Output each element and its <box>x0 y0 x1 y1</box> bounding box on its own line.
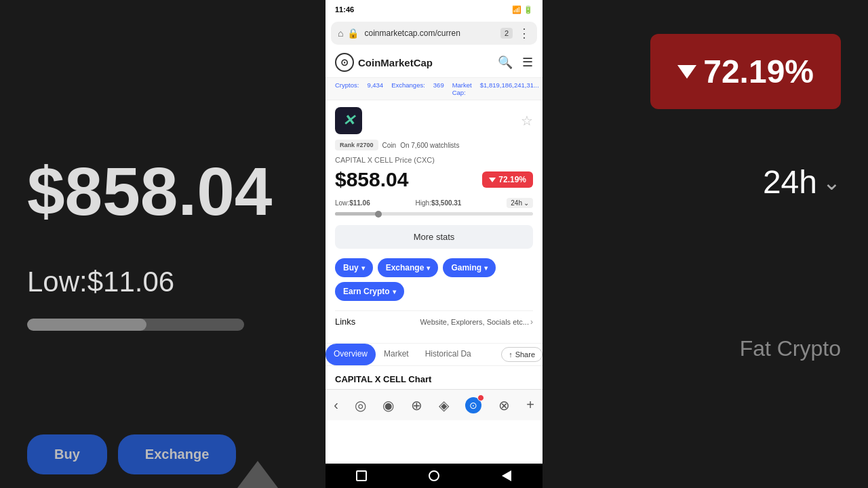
status-bar: 11:46 📶 🔋 <box>326 0 542 19</box>
coin-section: ✕ ☆ Rank #2700 Coin On 7,600 watchlists … <box>326 100 542 343</box>
nav-chrome-icon[interactable]: ⊕ <box>411 397 422 413</box>
bg-buy-btn: Buy <box>27 434 107 474</box>
nav-cmc-icon[interactable]: ⊙ <box>465 397 481 413</box>
android-home-icon <box>429 470 439 481</box>
bg-change-pct: 72.19% <box>703 53 814 90</box>
android-recents-btn[interactable] <box>354 468 369 483</box>
tab-market[interactable]: Market <box>376 344 417 365</box>
buy-button[interactable]: Buy ▾ <box>335 258 373 277</box>
url-nav-icons: ⌂ 🔒 <box>338 28 359 39</box>
price-down-icon <box>489 178 496 182</box>
gaming-chevron-icon: ▾ <box>484 264 488 272</box>
watchlist-badge: On 7,600 watchlists <box>400 142 459 149</box>
url-menu-icon[interactable]: ⋮ <box>518 26 530 41</box>
price-bar-fill <box>335 212 378 216</box>
bg-low: Low:$11.06 <box>27 266 174 298</box>
price-change-value: 72.19% <box>498 175 526 184</box>
coin-icon-row: ✕ ☆ <box>335 107 533 134</box>
status-right: 📶 🔋 <box>512 5 533 14</box>
bg-bottom-buttons: Buy Exchange <box>0 421 326 488</box>
price-change-badge: 72.19% <box>482 171 533 188</box>
marketcap-value: $1,819,186,241,31... <box>480 81 539 96</box>
cmc-header-icons: 🔍 ☰ <box>498 55 533 70</box>
share-icon: ↑ <box>509 350 513 359</box>
watchlist-star-icon[interactable]: ☆ <box>521 113 533 129</box>
android-back-icon <box>502 470 511 481</box>
earn-crypto-button[interactable]: Earn Crypto ▾ <box>335 282 404 301</box>
marketcap-label: Market Cap: <box>452 81 472 96</box>
coin-price: $858.04 <box>335 168 408 191</box>
coin-icon: ✕ <box>335 107 362 134</box>
bg-left-panel: $858.04 Low:$11.06 Buy Exchange <box>0 0 326 488</box>
tabs-row: Overview Market Historical Da ↑ Share <box>326 343 542 365</box>
badge-row: Rank #2700 Coin On 7,600 watchlists <box>335 140 533 150</box>
android-recents-icon <box>356 470 367 481</box>
menu-icon[interactable]: ☰ <box>522 55 533 70</box>
rank-badge: Rank #2700 <box>335 140 378 150</box>
home-icon: ⌂ <box>338 28 343 39</box>
bg-period-chevron-icon: ⌄ <box>823 169 841 195</box>
range-row: Low:$11.06 High:$3,500.31 24h ⌄ <box>335 198 533 208</box>
app-content: ⊙ CoinMarketCap 🔍 ☰ Cryptos: 9,434 Excha… <box>326 47 542 464</box>
bg-exchange-btn: Exchange <box>118 434 236 474</box>
price-row: $858.04 72.19% <box>335 168 533 191</box>
links-value: Website, Explorers, Socials etc... › <box>420 317 533 327</box>
period-selector[interactable]: 24h ⌄ <box>507 198 533 208</box>
nav-messenger-icon[interactable]: ◉ <box>382 397 394 413</box>
url-bar[interactable]: ⌂ 🔒 coinmarketcap.com/curren 2 ⋮ <box>331 22 537 45</box>
coin-type-badge: Coin <box>382 142 397 149</box>
gaming-button[interactable]: Gaming ▾ <box>443 258 496 277</box>
buy-label: Buy <box>343 263 359 272</box>
bg-period: 24h ⌄ <box>763 163 841 201</box>
links-label: Links <box>335 317 355 327</box>
bottom-nav: ‹ ◎ ◉ ⊕ ◈ ⊙ ⊗ + <box>326 389 542 420</box>
tab-overview[interactable]: Overview <box>326 344 376 365</box>
url-tabs-count[interactable]: 2 <box>500 28 513 39</box>
android-back-btn[interactable] <box>499 468 514 483</box>
nav-back-icon[interactable]: ‹ <box>334 397 338 413</box>
links-chevron-icon: › <box>530 317 533 327</box>
chart-title: CAPITAL X CELL Chart <box>335 374 431 384</box>
earn-chevron-icon: ▾ <box>393 288 396 296</box>
bg-arrow-down-icon <box>677 65 696 79</box>
period-chevron-icon: ⌄ <box>524 199 529 207</box>
cmc-logo: ⊙ CoinMarketCap <box>335 53 433 72</box>
nav-chat-icon[interactable]: ◈ <box>439 397 449 413</box>
bg-bar-fill <box>27 319 146 331</box>
earn-crypto-label: Earn Crypto <box>343 287 390 296</box>
more-stats-button[interactable]: More stats <box>335 225 533 249</box>
search-icon[interactable]: 🔍 <box>498 55 513 70</box>
nav-plus-icon[interactable]: + <box>526 397 534 413</box>
exchange-label: Exchange <box>386 263 425 272</box>
exchange-chevron-icon: ▾ <box>427 264 430 272</box>
coin-name-label: CAPITAL X CELL Price (CXC) <box>335 156 533 164</box>
status-icons: 📶 🔋 <box>512 5 533 14</box>
bg-change-badge: 72.19% <box>650 34 841 109</box>
exchanges-label: Exchanges: <box>391 81 425 96</box>
tab-historical[interactable]: Historical Da <box>417 344 479 365</box>
cmc-logo-text: CoinMarketCap <box>358 57 433 68</box>
buy-chevron-icon: ▾ <box>361 264 365 272</box>
android-nav <box>326 464 542 488</box>
nav-google-icon[interactable]: ⊗ <box>498 397 510 413</box>
bg-range-bar <box>27 319 244 331</box>
exchange-button[interactable]: Exchange ▾ <box>378 258 439 277</box>
price-range-bar <box>335 212 533 216</box>
action-buttons: Buy ▾ Exchange ▾ Gaming ▾ Earn Crypto ▾ <box>335 258 533 301</box>
nav-news-icon[interactable]: ◎ <box>355 397 366 413</box>
share-label: Share <box>515 350 535 359</box>
gaming-label: Gaming <box>451 263 481 272</box>
high-label: High:$3,500.31 <box>416 199 462 207</box>
share-button[interactable]: ↑ Share <box>501 347 542 362</box>
url-text: coinmarketcap.com/curren <box>364 28 494 38</box>
nav-badge <box>477 394 484 401</box>
phone: 11:46 📶 🔋 ⌂ 🔒 coinmarketcap.com/curren 2… <box>326 0 542 488</box>
cryptos-label: Cryptos: <box>335 81 359 96</box>
android-home-btn[interactable] <box>427 468 441 483</box>
cryptos-value: 9,434 <box>367 81 383 96</box>
exchanges-value: 369 <box>433 81 444 96</box>
stats-bar: Cryptos: 9,434 Exchanges: 369 Market Cap… <box>326 78 542 100</box>
lock-icon: 🔒 <box>347 28 359 39</box>
cmc-header: ⊙ CoinMarketCap 🔍 ☰ <box>326 47 542 78</box>
links-row[interactable]: Links Website, Explorers, Socials etc...… <box>335 310 533 332</box>
